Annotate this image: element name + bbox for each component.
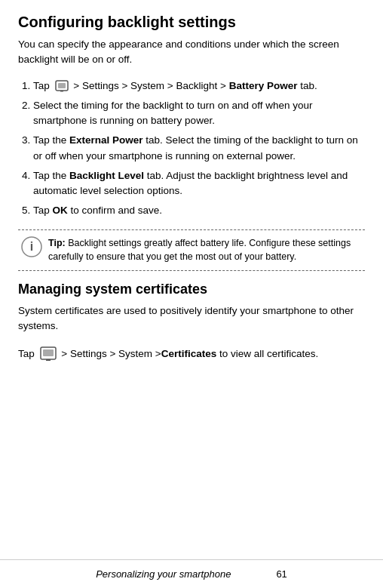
step-5: Tap OK to confirm and save. xyxy=(33,203,365,218)
svg-rect-1 xyxy=(58,83,66,88)
step1-bold: Battery Power xyxy=(229,80,298,91)
step3-text: Tap the External Power tab. Select the t… xyxy=(33,134,358,161)
step-1: Tap > Settings > System > Backlight > Ba… xyxy=(33,79,365,94)
section2-tap-row: Tap > Settings > System > Certificates t… xyxy=(18,345,365,363)
section1-title: Configuring backlight settings xyxy=(18,14,365,31)
step1-icon-inline xyxy=(53,80,74,91)
step-4: Tap the Backlight Level tab. Adjust the … xyxy=(33,168,365,199)
tip-box: i Tip: Backlight settings greatly affect… xyxy=(18,229,365,272)
page-footer: Personalizing your smartphone 61 xyxy=(0,559,383,588)
section2-title: Managing system certificates xyxy=(18,282,365,297)
svg-text:i: i xyxy=(30,240,33,253)
step5-text: Tap OK to confirm and save. xyxy=(33,205,162,216)
step-2: Select the timing for the backlight to t… xyxy=(33,98,365,129)
step1-text: Tap > Settings > System > Backlight > Ba… xyxy=(33,80,317,91)
step-3: Tap the External Power tab. Select the t… xyxy=(33,133,365,164)
tip-text: Tip: Backlight settings greatly affect b… xyxy=(48,236,362,265)
svg-rect-7 xyxy=(46,359,51,361)
section2-tap-icon-prefix: Tap > Settings > System > Certificates t… xyxy=(18,345,318,363)
step4-bold: Backlight Level xyxy=(69,170,144,181)
section1-intro: You can specify the appearance and condi… xyxy=(18,37,365,68)
step2-text: Select the timing for the backlight to t… xyxy=(33,100,312,126)
step5-bold: OK xyxy=(53,205,68,216)
footer-page-number: 61 xyxy=(276,568,286,580)
svg-rect-6 xyxy=(43,349,54,356)
footer-left: Personalizing your smartphone xyxy=(96,568,231,580)
svg-rect-2 xyxy=(60,91,63,92)
tip-body: Backlight settings greatly affect batter… xyxy=(48,238,351,263)
section2-intro: System certificates are used to positive… xyxy=(18,303,365,334)
tip-label: Tip: xyxy=(48,238,66,248)
step4-text: Tap the Backlight Level tab. Adjust the … xyxy=(33,170,348,196)
step3-bold: External Power xyxy=(69,134,143,146)
steps-list: Tap > Settings > System > Backlight > Ba… xyxy=(18,79,365,219)
page-content: Configuring backlight settings You can s… xyxy=(0,0,383,393)
section2-bold: Certificates xyxy=(161,346,217,362)
tip-icon: i xyxy=(21,236,42,260)
